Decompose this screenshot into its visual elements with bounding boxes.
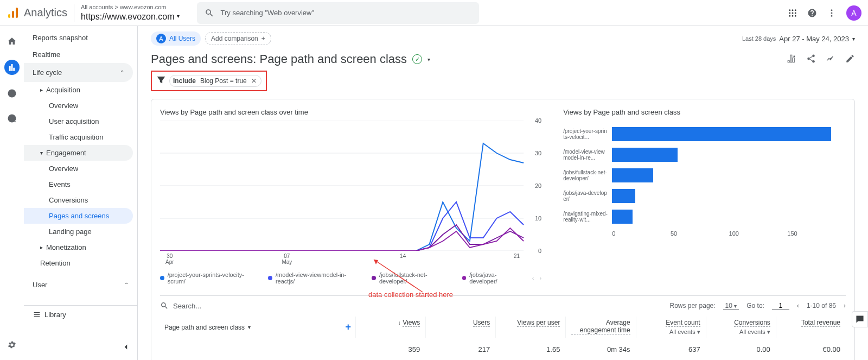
sidebar-acquisition[interactable]: ▸Acquisition: [24, 82, 137, 98]
account-breadcrumb: All accounts > www.evozon.com: [81, 4, 180, 11]
svg-point-11: [795, 15, 796, 16]
bar-chart-title: Views by Page path and screen class: [563, 108, 846, 116]
sidebar-acq-traffic[interactable]: Traffic acquisition: [24, 129, 137, 145]
line-chart[interactable]: 010203040: [160, 121, 541, 251]
svg-point-19: [807, 57, 810, 60]
legend-item[interactable]: /jobs/java-developer/: [462, 271, 522, 285]
date-range-picker[interactable]: Last 28 days Apr 27 - May 24, 2023 ▾: [742, 35, 855, 43]
filter-icon[interactable]: [156, 75, 169, 87]
svg-point-20: [812, 60, 815, 63]
more-vert-icon[interactable]: [827, 8, 837, 18]
customize-icon[interactable]: [787, 54, 796, 65]
avatar[interactable]: A: [846, 5, 861, 21]
logo[interactable]: Analytics: [7, 7, 67, 20]
col-aet[interactable]: Average engagement time: [565, 317, 635, 338]
svg-point-5: [795, 9, 796, 11]
explore-icon[interactable]: [5, 87, 18, 100]
sidebar-eng-overview[interactable]: Overview: [24, 161, 137, 176]
sidebar-retention[interactable]: Retention: [24, 255, 137, 271]
caret-down-icon: ▾: [40, 150, 43, 156]
col-vpu[interactable]: Views per user: [495, 317, 565, 338]
line-chart-legend: /project-your-sprints-velocity-scrum//mo…: [160, 271, 541, 285]
sidebar-life-cycle[interactable]: Life cycle⌃: [24, 63, 133, 82]
dimension-picker[interactable]: Page path and screen class ▾ +: [160, 317, 355, 338]
svg-line-26: [374, 260, 423, 292]
svg-point-3: [789, 9, 790, 11]
divider: [74, 4, 74, 22]
bar-row[interactable]: /navigating-mixed-reality-wit...: [563, 206, 846, 227]
svg-point-12: [831, 9, 833, 11]
help-icon[interactable]: [807, 8, 817, 18]
caret-down-icon: ▾: [852, 36, 855, 42]
sidebar-eng-conversions[interactable]: Conversions: [24, 192, 137, 208]
home-icon[interactable]: [5, 35, 18, 48]
chip-add-comparison[interactable]: Add comparison +: [205, 32, 271, 45]
filter-pill[interactable]: Include Blog Post = true ✕: [169, 75, 261, 87]
col-conversions[interactable]: ConversionsAll events ▾: [706, 317, 776, 338]
legend-prev-icon[interactable]: ‹: [532, 275, 534, 281]
bar-chart-x-axis: 050100150: [563, 230, 846, 237]
search-bar[interactable]: Try searching "Web overview": [197, 2, 479, 24]
col-revenue[interactable]: Total revenue: [776, 317, 846, 338]
sidebar-monetization[interactable]: ▸Monetization: [24, 239, 137, 255]
chip-all-users[interactable]: AAll Users: [151, 31, 201, 46]
close-icon[interactable]: ✕: [251, 77, 257, 85]
sidebar-engagement[interactable]: ▾Engagement: [24, 145, 133, 161]
line-chart-x-axis: 30Apr07May1421: [160, 251, 541, 265]
sidebar-user[interactable]: User⌃: [24, 275, 137, 294]
table-totals-row: 359 217 1.65 0m 34s 637 0.00 €0.00: [160, 345, 846, 353]
sidebar-acq-overview[interactable]: Overview: [24, 98, 137, 113]
legend-item[interactable]: /model-view-viewmodel-in-reactjs/: [268, 271, 362, 285]
sidebar-acq-user[interactable]: User acquisition: [24, 113, 137, 129]
table-header: Page path and screen class ▾ + ↓ Views U…: [160, 317, 846, 338]
filter-highlight-box: Include Blog Post = true ✕: [151, 71, 267, 91]
svg-point-10: [792, 15, 794, 16]
sidebar-realtime[interactable]: Realtime: [24, 46, 137, 63]
bar-row[interactable]: /model-view-viewmodel-in-re...: [563, 144, 846, 165]
sidebar-reports-snapshot[interactable]: Reports snapshot: [24, 29, 137, 46]
page-next-icon[interactable]: ›: [844, 302, 846, 310]
bar-row[interactable]: /jobs/java-developer/: [563, 186, 846, 206]
caret-icon: ▸: [40, 244, 43, 250]
sidebar-eng-pages[interactable]: Pages and screens: [24, 208, 133, 224]
col-events[interactable]: Event countAll events ▾: [636, 317, 706, 338]
sidebar-library[interactable]: Library: [24, 306, 137, 323]
page-prev-icon[interactable]: ‹: [797, 302, 799, 310]
bar-row[interactable]: /project-your-sprints-velocit...: [563, 124, 846, 144]
share-icon[interactable]: [806, 54, 816, 65]
search-icon: [160, 301, 169, 310]
goto-input[interactable]: [772, 302, 789, 310]
sidebar-eng-events[interactable]: Events: [24, 176, 137, 192]
logo-text: Analytics: [24, 7, 67, 19]
apps-icon[interactable]: [788, 8, 797, 18]
feedback-icon: [855, 314, 865, 324]
account-picker[interactable]: All accounts > www.evozon.com https://ww…: [81, 4, 180, 21]
annotation-arrow: [368, 257, 428, 295]
table-search[interactable]: Search...: [160, 301, 665, 310]
admin-gear-icon[interactable]: [5, 338, 18, 351]
legend-next-icon[interactable]: ›: [539, 275, 541, 281]
legend-item[interactable]: /project-your-sprints-velocity-scrum/: [160, 271, 258, 285]
search-placeholder: Try searching "Web overview": [221, 9, 315, 17]
feedback-button[interactable]: [852, 311, 868, 327]
verified-check-icon[interactable]: ✓: [412, 54, 422, 64]
bar-row[interactable]: /jobs/fullstack-net-developer/: [563, 165, 846, 186]
svg-point-6: [789, 12, 790, 14]
advertising-icon[interactable]: [5, 112, 18, 125]
caret-down-icon[interactable]: ▾: [427, 56, 430, 62]
svg-point-13: [831, 12, 833, 14]
sidebar-eng-landing[interactable]: Landing page: [24, 224, 137, 239]
insights-icon[interactable]: [826, 54, 835, 65]
bar-chart[interactable]: /project-your-sprints-velocit.../model-v…: [563, 121, 846, 227]
svg-point-8: [795, 12, 796, 14]
svg-point-7: [792, 12, 794, 14]
goto-label: Go to:: [746, 302, 764, 310]
sidebar-collapse-button[interactable]: [121, 342, 131, 353]
reports-icon[interactable]: [4, 60, 20, 75]
edit-icon[interactable]: [845, 54, 855, 65]
col-users[interactable]: Users: [425, 317, 495, 338]
rows-per-page-select[interactable]: 10 ▾: [723, 302, 739, 310]
analytics-logo-icon: [7, 7, 20, 20]
col-views[interactable]: ↓ Views: [355, 317, 425, 338]
add-dimension-icon[interactable]: +: [345, 321, 351, 333]
